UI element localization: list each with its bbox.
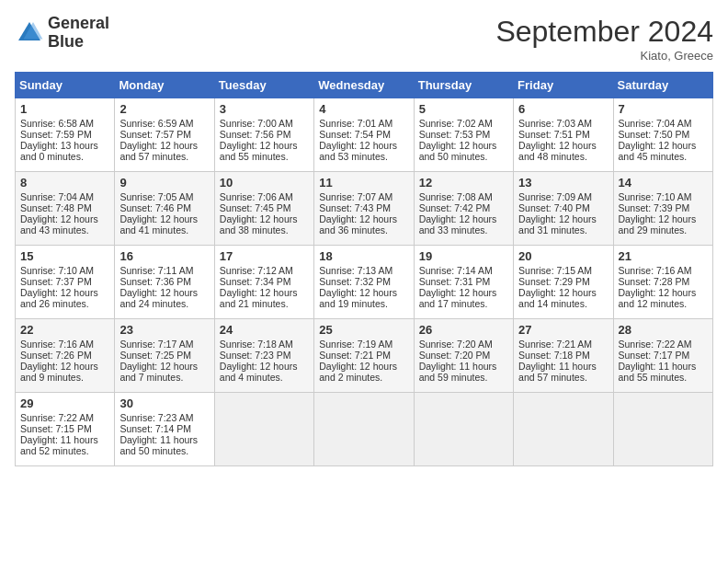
calendar-cell: 15Sunrise: 7:10 AMSunset: 7:37 PMDayligh… [16, 246, 115, 319]
calendar-cell: 26Sunrise: 7:20 AMSunset: 7:20 PMDayligh… [414, 319, 513, 393]
calendar-cell: 8Sunrise: 7:04 AMSunset: 7:48 PMDaylight… [16, 172, 115, 246]
day-number: 26 [419, 323, 508, 337]
col-monday: Monday [115, 73, 214, 98]
day-number: 8 [20, 176, 109, 190]
day-number: 14 [619, 176, 708, 190]
daylight-label: Daylight: 12 hours and 33 minutes. [419, 213, 497, 236]
sunset-text: Sunset: 7:48 PM [20, 202, 92, 213]
sunset-text: Sunset: 7:34 PM [220, 276, 291, 287]
calendar-cell: 4Sunrise: 7:01 AMSunset: 7:54 PMDaylight… [314, 98, 414, 172]
sunset-text: Sunset: 7:50 PM [619, 129, 690, 140]
sunset-text: Sunset: 7:14 PM [119, 423, 191, 434]
calendar-cell [414, 393, 513, 466]
sunrise-text: Sunrise: 7:23 AM [119, 412, 193, 423]
daylight-label: Daylight: 12 hours and 9 minutes. [20, 361, 98, 383]
day-number: 17 [220, 249, 309, 263]
calendar-week-row: 15Sunrise: 7:10 AMSunset: 7:37 PMDayligh… [16, 246, 713, 319]
day-number: 29 [20, 396, 109, 410]
sunset-text: Sunset: 7:57 PM [119, 129, 191, 140]
calendar-cell: 25Sunrise: 7:19 AMSunset: 7:21 PMDayligh… [314, 319, 414, 393]
sunrise-text: Sunrise: 7:05 AM [119, 191, 193, 202]
calendar-cell: 12Sunrise: 7:08 AMSunset: 7:42 PMDayligh… [414, 172, 513, 246]
sunrise-text: Sunrise: 7:08 AM [419, 191, 493, 202]
sunset-text: Sunset: 7:51 PM [518, 129, 590, 140]
calendar-week-row: 1Sunrise: 6:58 AMSunset: 7:59 PMDaylight… [16, 98, 713, 172]
sunset-text: Sunset: 7:53 PM [419, 129, 491, 140]
daylight-label: Daylight: 13 hours and 0 minutes. [20, 140, 98, 162]
daylight-label: Daylight: 11 hours and 50 minutes. [119, 434, 198, 456]
sunrise-text: Sunrise: 7:11 AM [119, 265, 193, 276]
sunset-text: Sunset: 7:42 PM [419, 202, 491, 213]
calendar-week-row: 8Sunrise: 7:04 AMSunset: 7:48 PMDaylight… [16, 172, 713, 246]
month-title: September 2024 [495, 15, 713, 49]
sunrise-text: Sunrise: 7:03 AM [518, 118, 592, 129]
col-thursday: Thursday [414, 73, 513, 98]
calendar-cell: 27Sunrise: 7:21 AMSunset: 7:18 PMDayligh… [514, 319, 613, 393]
calendar-cell: 1Sunrise: 6:58 AMSunset: 7:59 PMDaylight… [16, 98, 115, 172]
day-number: 20 [518, 249, 608, 263]
day-number: 10 [220, 176, 309, 190]
sunset-text: Sunset: 7:18 PM [518, 350, 590, 361]
daylight-label: Daylight: 12 hours and 38 minutes. [220, 213, 298, 236]
calendar-cell: 7Sunrise: 7:04 AMSunset: 7:50 PMDaylight… [613, 98, 712, 172]
title-block: September 2024 Kiato, Greece [495, 15, 713, 63]
calendar-cell: 24Sunrise: 7:18 AMSunset: 7:23 PMDayligh… [214, 319, 313, 393]
sunset-text: Sunset: 7:59 PM [20, 129, 92, 140]
sunrise-text: Sunrise: 7:14 AM [419, 265, 493, 276]
daylight-label: Daylight: 12 hours and 21 minutes. [220, 287, 298, 309]
calendar-cell: 10Sunrise: 7:06 AMSunset: 7:45 PMDayligh… [214, 172, 313, 246]
calendar-cell: 30Sunrise: 7:23 AMSunset: 7:14 PMDayligh… [115, 393, 214, 466]
sunrise-text: Sunrise: 7:22 AM [20, 412, 94, 423]
calendar-table: Sunday Monday Tuesday Wednesday Thursday… [15, 72, 713, 466]
day-number: 12 [419, 176, 508, 190]
sunrise-text: Sunrise: 7:07 AM [319, 191, 392, 202]
day-number: 1 [20, 102, 109, 116]
calendar-cell: 23Sunrise: 7:17 AMSunset: 7:25 PMDayligh… [115, 319, 214, 393]
day-number: 6 [518, 102, 608, 116]
calendar-cell: 19Sunrise: 7:14 AMSunset: 7:31 PMDayligh… [414, 246, 513, 319]
sunset-text: Sunset: 7:31 PM [419, 276, 491, 287]
calendar-cell [314, 393, 414, 466]
day-number: 5 [419, 102, 508, 116]
sunset-text: Sunset: 7:37 PM [20, 276, 92, 287]
logo: General Blue [15, 15, 109, 52]
daylight-label: Daylight: 12 hours and 24 minutes. [119, 287, 198, 309]
sunset-text: Sunset: 7:54 PM [319, 129, 391, 140]
calendar-cell: 16Sunrise: 7:11 AMSunset: 7:36 PMDayligh… [115, 246, 214, 319]
daylight-label: Daylight: 12 hours and 2 minutes. [319, 361, 397, 383]
sunset-text: Sunset: 7:28 PM [619, 276, 690, 287]
day-number: 11 [319, 176, 408, 190]
day-number: 24 [220, 323, 309, 337]
sunrise-text: Sunrise: 7:04 AM [20, 191, 94, 202]
day-number: 30 [119, 396, 209, 410]
daylight-label: Daylight: 11 hours and 59 minutes. [419, 361, 497, 383]
day-number: 9 [119, 176, 209, 190]
sunrise-text: Sunrise: 7:20 AM [419, 339, 493, 350]
location: Kiato, Greece [495, 49, 713, 63]
calendar-cell: 3Sunrise: 7:00 AMSunset: 7:56 PMDaylight… [214, 98, 313, 172]
day-number: 3 [220, 102, 309, 116]
sunrise-text: Sunrise: 7:18 AM [220, 339, 293, 350]
calendar-cell [514, 393, 613, 466]
day-number: 21 [619, 249, 708, 263]
sunrise-text: Sunrise: 7:13 AM [319, 265, 392, 276]
daylight-label: Daylight: 12 hours and 31 minutes. [518, 213, 597, 236]
sunset-text: Sunset: 7:40 PM [518, 202, 590, 213]
sunrise-text: Sunrise: 7:09 AM [518, 191, 592, 202]
day-number: 13 [518, 176, 608, 190]
col-tuesday: Tuesday [214, 73, 313, 98]
day-number: 7 [619, 102, 708, 116]
calendar-cell: 22Sunrise: 7:16 AMSunset: 7:26 PMDayligh… [16, 319, 115, 393]
sunrise-text: Sunrise: 7:00 AM [220, 118, 293, 129]
logo-icon [15, 18, 44, 48]
sunrise-text: Sunrise: 6:58 AM [20, 118, 94, 129]
calendar-week-row: 22Sunrise: 7:16 AMSunset: 7:26 PMDayligh… [16, 319, 713, 393]
sunset-text: Sunset: 7:39 PM [619, 202, 690, 213]
daylight-label: Daylight: 12 hours and 45 minutes. [619, 140, 697, 162]
daylight-label: Daylight: 12 hours and 50 minutes. [419, 140, 497, 162]
calendar-cell: 21Sunrise: 7:16 AMSunset: 7:28 PMDayligh… [613, 246, 712, 319]
daylight-label: Daylight: 11 hours and 52 minutes. [20, 434, 98, 456]
calendar-cell: 28Sunrise: 7:22 AMSunset: 7:17 PMDayligh… [613, 319, 712, 393]
calendar-cell: 6Sunrise: 7:03 AMSunset: 7:51 PMDaylight… [514, 98, 613, 172]
day-number: 23 [119, 323, 209, 337]
